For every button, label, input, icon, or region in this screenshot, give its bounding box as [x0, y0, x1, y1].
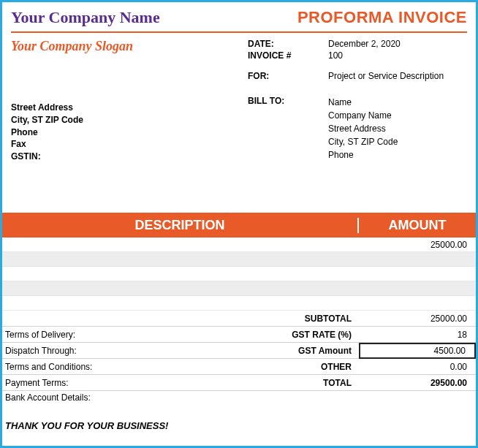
gst-amount-row: Dispatch Through: GST Amount 4500.00 [2, 343, 476, 359]
summary-block: SUBTOTAL 25000.00 Terms of Delivery: GST… [2, 311, 476, 404]
total-row: Payment Terms: TOTAL 29500.00 [2, 375, 476, 391]
gst-rate-label: GST RATE (%) [163, 330, 359, 340]
slogan-meta-row: Your Company Slogan DATE: December 2, 20… [2, 39, 476, 83]
cell-amount [359, 281, 476, 295]
terms-conditions-label: Terms and Conditions: [2, 362, 163, 372]
col-header-description: DESCRIPTION [2, 218, 359, 233]
billto-label: BILL TO: [248, 96, 328, 162]
items-table: DESCRIPTION AMOUNT 25000.00 [2, 213, 476, 404]
meta-date-row: DATE: December 2, 2020 [248, 39, 467, 49]
header-row: Your Company Name PROFORMA INVOICE [2, 8, 476, 30]
table-row: 25000.00 [2, 238, 476, 252]
company-name: Your Company Name [11, 8, 160, 27]
billto-values: Name Company Name Street Address City, S… [328, 96, 467, 162]
date-value: December 2, 2020 [328, 39, 467, 49]
from-gstin-label: GSTIN: [11, 151, 83, 163]
cell-amount [359, 267, 476, 281]
total-label: TOTAL [163, 378, 359, 388]
billto-company: Company Name [328, 109, 467, 122]
dispatch-label: Dispatch Through: [2, 346, 163, 356]
cell-description [2, 267, 359, 281]
bank-details-label: Bank Account Details: [2, 391, 476, 404]
document-title: PROFORMA INVOICE [297, 8, 467, 27]
meta-invoice-row: INVOICE # 100 [248, 50, 467, 61]
thank-you-message: THANK YOU FOR YOUR BUSINESS! [2, 404, 476, 431]
invoice-frame: Your Company Name PROFORMA INVOICE Your … [0, 0, 478, 448]
from-city: City, ST ZIP Code [11, 114, 83, 126]
header-divider [11, 31, 467, 33]
table-row [2, 281, 476, 296]
table-header: DESCRIPTION AMOUNT [2, 213, 476, 238]
cell-description [2, 296, 359, 310]
meta-for-row: FOR: Project or Service Description [248, 71, 467, 81]
billto-street: Street Address [328, 122, 467, 135]
billto-city: City, ST ZIP Code [328, 135, 467, 148]
gst-rate-row: Terms of Delivery: GST RATE (%) 18 [2, 327, 476, 343]
invoice-number-value: 100 [328, 50, 467, 61]
billto-name: Name [328, 96, 467, 109]
invoice-number-label: INVOICE # [248, 50, 328, 61]
for-value: Project or Service Description [328, 71, 467, 81]
from-phone: Phone [11, 126, 83, 139]
from-street: Street Address [11, 102, 83, 114]
subtotal-label: SUBTOTAL [163, 314, 359, 324]
invoice-content: Your Company Name PROFORMA INVOICE Your … [2, 2, 476, 431]
other-row: Terms and Conditions: OTHER 0.00 [2, 359, 476, 375]
total-value: 29500.00 [359, 378, 476, 388]
gst-amount-label: GST Amount [163, 346, 359, 356]
from-fax: Fax [11, 138, 83, 151]
other-value: 0.00 [359, 362, 476, 372]
billto-row: BILL TO: Name Company Name Street Addres… [248, 96, 467, 162]
terms-delivery-label: Terms of Delivery: [2, 330, 163, 340]
table-body: 25000.00 [2, 238, 476, 311]
col-header-amount: AMOUNT [359, 218, 476, 233]
company-slogan: Your Company Slogan [11, 39, 248, 83]
date-label: DATE: [248, 39, 328, 49]
billto-phone: Phone [328, 148, 467, 162]
gst-amount-value: 4500.00 [359, 343, 476, 359]
table-row [2, 252, 476, 267]
meta-block: DATE: December 2, 2020 INVOICE # 100 FOR… [248, 39, 467, 83]
cell-description [2, 252, 359, 266]
subtotal-row: SUBTOTAL 25000.00 [2, 311, 476, 327]
cell-amount [359, 252, 476, 266]
for-label: FOR: [248, 71, 328, 81]
billto-block: BILL TO: Name Company Name Street Addres… [248, 96, 467, 162]
subtotal-value: 25000.00 [359, 314, 476, 324]
cell-description [2, 238, 359, 251]
gst-rate-value: 18 [359, 330, 476, 340]
from-address-block: Street Address City, ST ZIP Code Phone F… [2, 102, 92, 163]
table-row [2, 296, 476, 311]
table-row [2, 267, 476, 281]
other-label: OTHER [163, 362, 359, 372]
cell-description [2, 281, 359, 295]
cell-amount [359, 296, 476, 310]
payment-terms-label: Payment Terms: [2, 378, 163, 388]
cell-amount: 25000.00 [359, 238, 476, 251]
